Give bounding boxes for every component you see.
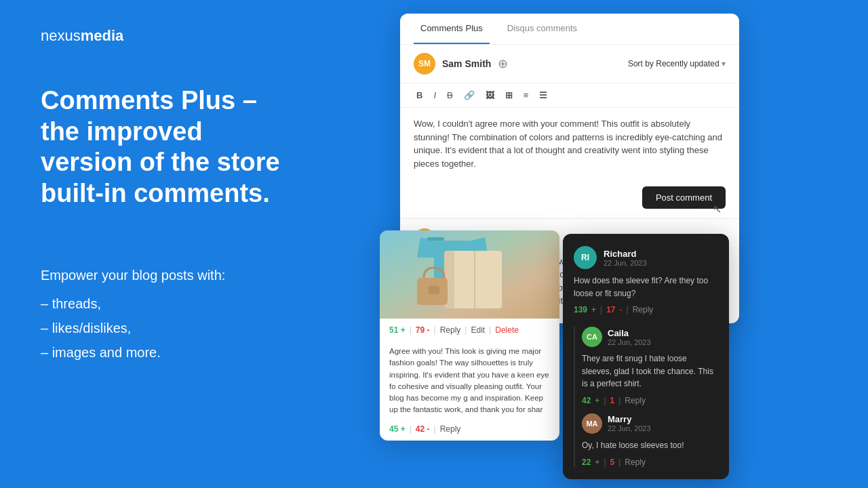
dark-comment-header-caila: CA Caila 22 Jun, 2023 [582, 327, 718, 347]
sort-control[interactable]: Sort by Recently updated ▾ [628, 59, 726, 68]
dark-sep1-richard: | [600, 305, 602, 314]
dark-sub-comment-caila: CA Caila 22 Jun, 2023 They are fit snug … [574, 327, 718, 466]
dark-sub-comment-marry: MA Marry 22 Jun, 2023 Oy, I hate loose s… [582, 413, 718, 467]
dark-actions-marry: 22 + | 5 | Reply [582, 458, 718, 467]
tab-disqus[interactable]: Disqus comments [500, 14, 584, 44]
dark-meta-caila: Caila 22 Jun, 2023 [608, 328, 651, 346]
avatar-marry: MA [582, 413, 602, 434]
features-intro: Empower your blog posts with: [41, 263, 339, 287]
card-sub-actions: 45 + | 42 - | Reply [380, 424, 559, 441]
dark-username-richard: Richard [604, 249, 647, 259]
main-container: nexusmedia Comments Plus –the improvedve… [0, 0, 868, 488]
features: Empower your blog posts with: – threads,… [41, 263, 339, 365]
feature-item-3: – images and more. [41, 340, 339, 365]
dark-dislikes-marry: 5 [610, 458, 615, 467]
post-row: Post comment ↖ [400, 180, 739, 218]
dark-reply-richard[interactable]: Reply [633, 305, 654, 314]
dark-sep1-caila: | [604, 396, 606, 405]
editor-toolbar: B I B 🔗 🖼 ⊞ ≡ ☰ [400, 83, 739, 108]
widget-tabs: Comments Plus Disqus comments [400, 14, 739, 45]
logo-bold: media [81, 27, 124, 44]
avatar: SM [414, 53, 435, 75]
headline: Comments Plus –the improvedversion of th… [41, 85, 339, 209]
dark-text-caila: They are fit snug I hate loose sleeves, … [582, 352, 718, 390]
clothing-illustration [380, 230, 559, 319]
card-sub-sep2: | [434, 424, 436, 434]
dark-plus-marry: + [595, 458, 599, 467]
card-sep3: | [465, 325, 467, 335]
dark-meta-marry: Marry 22 Jun, 2023 [608, 414, 651, 432]
card-sub-sep1: | [410, 424, 412, 434]
toolbar-align[interactable]: ☰ [536, 89, 550, 102]
add-user-icon[interactable]: ⊕ [498, 56, 508, 71]
features-list: – threads, – likes/dislikes, – images an… [41, 291, 339, 365]
card-dislikes: 79 - [416, 325, 430, 335]
dark-plus-caila: + [595, 396, 599, 405]
dark-actions-caila: 42 + | 1 | Reply [582, 396, 718, 405]
dark-comment-richard: RI Richard 22 Jun, 2023 How does the sle… [574, 246, 718, 314]
avatar-caila: CA [582, 327, 602, 347]
card-likes: 51 + [389, 325, 406, 335]
toolbar-bold[interactable]: B [414, 89, 425, 102]
card-comment-text: Agree with you! This look is giving me m… [380, 342, 559, 424]
toolbar-list[interactable]: ≡ [521, 89, 532, 102]
feature-item-1: – threads, [41, 291, 339, 316]
card-sep1: | [410, 325, 412, 335]
post-comment-button[interactable]: Post comment ↖ [642, 186, 726, 209]
left-panel: nexusmedia Comments Plus –the improvedve… [0, 0, 380, 488]
dark-text-marry: Oy, I hate loose sleeves too! [582, 439, 718, 452]
editor-area[interactable]: Wow, I couldn't agree more with your com… [400, 108, 739, 180]
dark-dislikes-richard: 17 [606, 305, 615, 314]
toolbar-image1[interactable]: 🖼 [483, 89, 497, 102]
widget-image-card: 51 + | 79 - | Reply | Edit | Delete Agre… [380, 230, 559, 441]
logo: nexusmedia [41, 27, 339, 45]
username: Sam Smith [442, 58, 491, 69]
dark-minus-richard: - [620, 305, 623, 314]
dark-likes-caila: 42 [582, 396, 591, 405]
toolbar-image2[interactable]: ⊞ [502, 89, 515, 102]
dark-likes-marry: 22 [582, 458, 591, 467]
card-edit-button[interactable]: Edit [471, 325, 485, 335]
widget-dark-card: RI Richard 22 Jun, 2023 How does the sle… [563, 234, 729, 479]
toolbar-link[interactable]: 🔗 [461, 89, 477, 102]
cursor-icon: ↖ [713, 203, 722, 216]
card-reply-button[interactable]: Reply [440, 325, 461, 335]
dark-date-caila: 22 Jun, 2023 [608, 338, 651, 346]
dark-date-richard: 22 Jun, 2023 [604, 259, 647, 267]
dark-text-richard: How does the sleeve fit? Are they too lo… [574, 274, 718, 300]
dark-sep2-richard: | [627, 305, 629, 314]
card-sep2: | [434, 325, 436, 335]
dark-likes-richard: 139 [574, 305, 587, 314]
card-image [380, 230, 559, 319]
dark-dislikes-caila: 1 [610, 396, 615, 405]
dark-username-caila: Caila [608, 328, 651, 338]
dark-comment-header-marry: MA Marry 22 Jun, 2023 [582, 413, 718, 434]
right-panel: Comments Plus Disqus comments SM Sam Smi… [380, 0, 868, 488]
user-info: SM Sam Smith ⊕ [414, 53, 508, 75]
widget-header: SM Sam Smith ⊕ Sort by Recently updated … [400, 45, 739, 83]
dark-sep2-caila: | [618, 396, 620, 405]
card-sub-dislikes: 42 - [416, 424, 430, 434]
dark-username-marry: Marry [608, 414, 651, 424]
sort-prefix: Sort by [628, 59, 654, 68]
svg-rect-9 [429, 286, 439, 294]
sort-selected: Recently updated [656, 59, 719, 68]
dark-sep1-marry: | [604, 458, 606, 467]
svg-rect-4 [427, 237, 444, 241]
dark-sep2-marry: | [618, 458, 620, 467]
card-sep4: | [489, 325, 491, 335]
card-sub-likes: 45 + [389, 424, 406, 434]
dark-reply-marry[interactable]: Reply [625, 458, 646, 467]
dark-reply-caila[interactable]: Reply [625, 396, 646, 405]
card-actions: 51 + | 79 - | Reply | Edit | Delete [380, 319, 559, 342]
dark-plus-richard: + [591, 305, 596, 314]
toolbar-strikethrough[interactable]: B [444, 89, 456, 102]
feature-item-2: – likes/dislikes, [41, 316, 339, 340]
toolbar-italic[interactable]: I [431, 89, 439, 102]
card-sub-reply-button[interactable]: Reply [440, 424, 461, 434]
card-delete-button[interactable]: Delete [495, 325, 519, 335]
dark-meta-richard: Richard 22 Jun, 2023 [604, 249, 647, 267]
avatar-richard: RI [574, 246, 597, 269]
tab-comments-plus[interactable]: Comments Plus [414, 14, 490, 44]
dark-date-marry: 22 Jun, 2023 [608, 424, 651, 432]
